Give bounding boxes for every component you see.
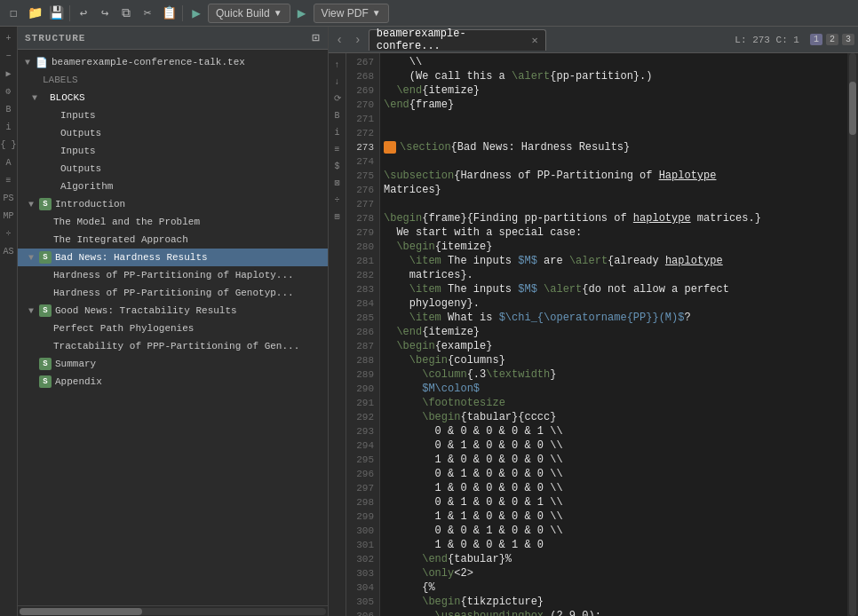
left-icon-10[interactable]: PS: [1, 190, 17, 206]
new-doc-icon[interactable]: ☐: [4, 4, 23, 23]
main-area: + − ▶ ⚙ B i { } A ≡ PS MP ÷ AS STRUCTURE…: [0, 27, 858, 616]
left-icon-9[interactable]: ≡: [1, 172, 17, 188]
left-icon-4[interactable]: ⚙: [1, 83, 17, 99]
rtool-2[interactable]: ↓: [330, 74, 346, 90]
quick-build-button[interactable]: Quick Build ▼: [208, 4, 290, 23]
lnum-300: 300: [346, 524, 374, 538]
s-icon-summary: S: [39, 358, 52, 370]
code-line-271: [384, 112, 844, 126]
tree-item-introduction[interactable]: ▼ S Introduction: [18, 195, 328, 213]
rtool-1[interactable]: ↑: [330, 57, 346, 73]
tree-item-outputs2[interactable]: Outputs: [18, 160, 328, 178]
rtool-10[interactable]: ⊞: [330, 209, 346, 225]
left-icon-11[interactable]: MP: [1, 208, 17, 224]
s-icon-intro: S: [39, 198, 52, 210]
rtool-5[interactable]: i: [330, 124, 346, 140]
view-pdf-button[interactable]: View PDF ▼: [314, 4, 389, 23]
tab-close-icon[interactable]: ✕: [532, 34, 538, 47]
left-icon-2[interactable]: −: [1, 48, 17, 64]
open-icon[interactable]: 📁: [25, 4, 44, 23]
code-line-286: \end{itemize}: [384, 325, 844, 339]
tree-item-integrated[interactable]: The Integrated Approach: [18, 231, 328, 249]
left-icon-7[interactable]: { }: [1, 137, 17, 153]
code-line-267: \\: [384, 55, 844, 69]
code-editor[interactable]: \\ (We call this a \alert{pp-partition}.…: [380, 53, 847, 616]
code-line-290: $M\colon$: [384, 382, 844, 396]
hscroll-track: [20, 608, 326, 615]
lnum-269: 269: [346, 83, 374, 98]
tab-num-1[interactable]: 1: [810, 34, 822, 45]
tree-item-perfect[interactable]: Perfect Path Phylogenies: [18, 320, 328, 337]
structure-panel: STRUCTURE ⊡ ▼ 📄 beamerexample-conference…: [18, 27, 329, 616]
left-icon-12[interactable]: ÷: [1, 225, 17, 241]
tree-item-labels[interactable]: LABELS: [18, 71, 328, 89]
lnum-278: 278: [346, 211, 374, 225]
left-icon-5[interactable]: B: [1, 101, 17, 117]
tree-item-file[interactable]: ▼ 📄 beamerexample-conference-talk.tex: [18, 53, 328, 71]
left-icon-13[interactable]: AS: [1, 243, 17, 259]
tree-label-blocks: BLOCKS: [50, 92, 85, 103]
tab-prev-btn[interactable]: ‹: [332, 31, 346, 49]
tree-label-appendix: Appendix: [55, 376, 102, 387]
tab-num-3[interactable]: 3: [842, 34, 854, 45]
rtool-9[interactable]: ÷: [330, 192, 346, 208]
lnum-267: 267: [346, 55, 374, 69]
structure-scrollbar[interactable]: [18, 605, 328, 616]
left-icon-8[interactable]: A: [1, 154, 17, 170]
run2-icon[interactable]: ▶: [292, 4, 312, 23]
left-icon-6[interactable]: i: [1, 119, 17, 135]
tab-num-2[interactable]: 2: [826, 34, 838, 45]
tab-bar: ‹ › beamerexample-confere... ✕ L: 273 C:…: [329, 27, 858, 53]
lnum-284: 284: [346, 296, 374, 311]
tree-item-algorithm[interactable]: Algorithm: [18, 178, 328, 195]
tree-item-outputs1[interactable]: Outputs: [18, 124, 328, 142]
tree-item-model[interactable]: The Model and the Problem: [18, 213, 328, 231]
tree-item-summary[interactable]: ▼ S Summary: [18, 355, 328, 373]
rtool-8[interactable]: ⊠: [330, 175, 346, 191]
rtool-6[interactable]: ≡: [330, 141, 346, 157]
undo-icon[interactable]: ↩: [74, 4, 93, 23]
tree-item-inputs1[interactable]: Inputs: [18, 107, 328, 124]
lnum-289: 289: [346, 367, 374, 382]
tree-item-appendix[interactable]: ▼ S Appendix: [18, 373, 328, 391]
paste-icon[interactable]: 📋: [159, 4, 179, 23]
rtool-3[interactable]: ⟳: [330, 91, 346, 107]
rtool-7[interactable]: $: [330, 158, 346, 174]
code-line-282: matrices}.: [384, 268, 844, 282]
left-icon-1[interactable]: +: [1, 30, 17, 46]
tree-item-goodnews[interactable]: ▼ S Good News: Tractability Results: [18, 302, 328, 320]
lnum-276: 276: [346, 183, 374, 197]
tree-arrow-summary: ▼: [28, 359, 39, 369]
copy-icon[interactable]: ⧉: [116, 4, 136, 23]
editor-tab-1[interactable]: beamerexample-confere... ✕: [369, 29, 546, 51]
tree-item-hardness2[interactable]: Hardness of PP-Partitioning of Genotyp..…: [18, 284, 328, 302]
tree-item-blocks[interactable]: ▼ BLOCKS: [18, 89, 328, 107]
lnum-271: 271: [346, 112, 374, 126]
tree-item-badnews[interactable]: ▼ S Bad News: Hardness Results: [18, 249, 328, 266]
code-line-299: 1 & 1 & 0 & 0 & 0 \\: [384, 509, 844, 524]
code-line-288: \begin{columns}: [384, 353, 844, 367]
code-line-295: 1 & 0 & 0 & 0 & 0 \\: [384, 453, 844, 467]
rtool-4[interactable]: B: [330, 107, 346, 123]
quick-build-arrow: ▼: [274, 8, 282, 18]
tree-arrow-blocks: ▼: [32, 93, 43, 103]
lnum-293: 293: [346, 424, 374, 438]
lnum-306: 306: [346, 609, 374, 616]
tree-item-inputs2[interactable]: Inputs: [18, 142, 328, 160]
run-icon[interactable]: ▶: [187, 4, 206, 23]
s-icon-badnews: S: [39, 251, 52, 264]
vertical-scrollbar[interactable]: [847, 53, 858, 616]
redo-icon[interactable]: ↪: [95, 4, 115, 23]
cut-icon[interactable]: ✂: [138, 4, 157, 23]
structure-collapse-icon[interactable]: ⊡: [313, 30, 321, 45]
tree-item-tractability[interactable]: Tractability of PPP-Partitioning of Gen.…: [18, 337, 328, 355]
lnum-275: 275: [346, 169, 374, 183]
save-icon[interactable]: 💾: [46, 4, 66, 23]
lnum-298: 298: [346, 495, 374, 509]
lnum-281: 281: [346, 254, 374, 268]
code-line-298: 0 & 1 & 0 & 0 & 1 \\: [384, 495, 844, 509]
tree-item-hardness1[interactable]: Hardness of PP-Partitioning of Haploty..…: [18, 266, 328, 284]
tree-label-badnews: Bad News: Hardness Results: [55, 252, 208, 263]
tab-next-btn[interactable]: ›: [350, 31, 364, 49]
left-icon-3[interactable]: ▶: [1, 66, 17, 82]
